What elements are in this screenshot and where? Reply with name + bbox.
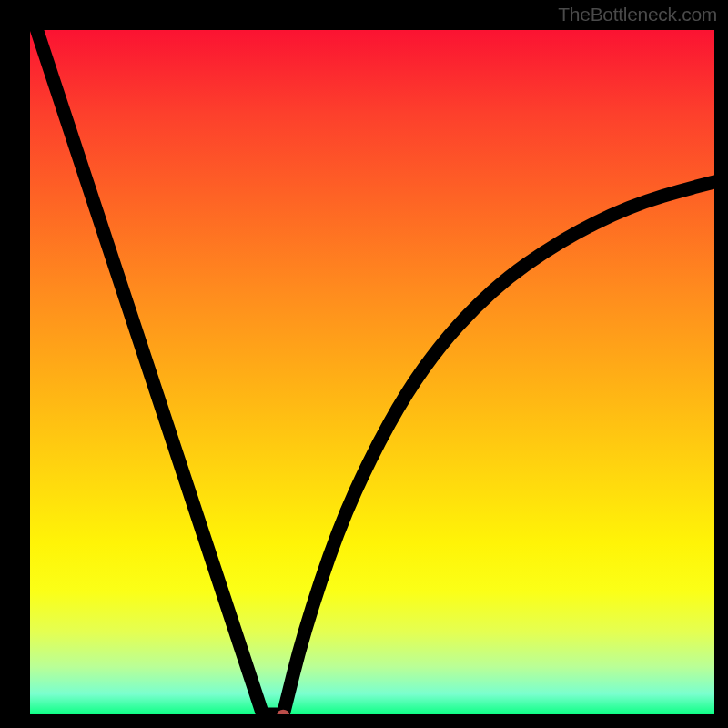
attribution-text: TheBottleneck.com <box>558 4 717 25</box>
bottleneck-curve <box>37 30 714 714</box>
chart-svg <box>30 30 714 714</box>
chart-plot-area <box>30 30 714 714</box>
